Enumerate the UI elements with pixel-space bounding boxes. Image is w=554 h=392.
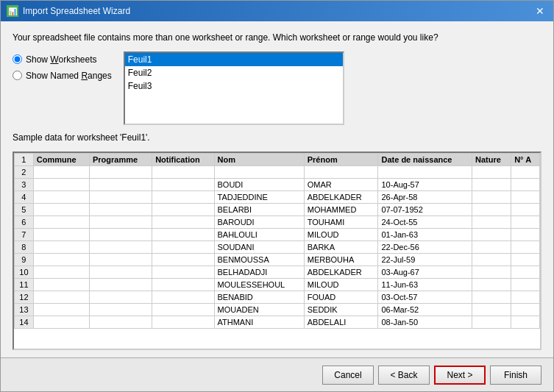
show-named-ranges-input[interactable] — [13, 71, 22, 80]
show-worksheets-input[interactable] — [13, 54, 22, 64]
row-number: 13 — [15, 303, 34, 316]
worksheet-section: Show Worksheets Show Named Ranges Feuil1… — [13, 51, 541, 125]
listbox-item-feuil1[interactable]: Feuil1 — [125, 53, 343, 66]
row-number: 2 — [15, 165, 34, 178]
table-cell — [33, 165, 89, 178]
table-cell — [472, 165, 511, 178]
table-cell — [511, 253, 540, 266]
row-number: 1 — [15, 153, 34, 165]
table-cell — [472, 178, 511, 190]
table-cell: BAROUDI — [214, 215, 304, 228]
table-cell: 06-Mar-52 — [378, 303, 472, 316]
table-cell — [472, 278, 511, 291]
table-cell — [33, 228, 89, 240]
table-cell — [90, 266, 152, 278]
worksheet-listbox[interactable]: Feuil1 Feuil2 Feuil3 — [124, 51, 344, 125]
row-number: 3 — [15, 178, 34, 190]
table-cell: MOHAMMED — [304, 203, 378, 215]
listbox-item-feuil3[interactable]: Feuil3 — [125, 79, 343, 93]
table-row: 14ATHMANIABDELALI08-Jan-50 — [15, 316, 540, 328]
table-cell: 11-Jun-63 — [378, 278, 472, 291]
table-cell — [90, 215, 152, 228]
back-button[interactable]: < Back — [378, 366, 430, 385]
table-row: 1CommuneProgrammeNotificationNomPrénomDa… — [15, 153, 540, 165]
table-cell: Notification — [152, 153, 214, 165]
table-cell — [152, 278, 214, 291]
table-cell — [511, 316, 540, 328]
show-named-ranges-label: Show Named Ranges — [26, 71, 112, 81]
table-cell — [472, 316, 511, 328]
row-number: 11 — [15, 278, 34, 291]
show-named-ranges-radio[interactable]: Show Named Ranges — [13, 71, 112, 81]
table-row: 2 — [15, 165, 540, 178]
table-cell — [511, 228, 540, 240]
table-cell — [152, 215, 214, 228]
close-button[interactable]: ✕ — [533, 5, 547, 17]
table-cell — [90, 190, 152, 203]
table-cell: MILOUD — [304, 228, 378, 240]
table-cell — [304, 165, 378, 178]
table-cell — [472, 303, 511, 316]
table-cell — [511, 203, 540, 215]
row-number: 8 — [15, 240, 34, 253]
show-worksheets-radio[interactable]: Show Worksheets — [13, 54, 112, 65]
show-worksheets-label: Show Worksheets — [26, 54, 97, 65]
table-cell: 01-Jan-63 — [378, 228, 472, 240]
table-cell — [152, 303, 214, 316]
sample-data-label: Sample data for worksheet 'Feuil1'. — [13, 132, 541, 143]
table-cell: 03-Aug-67 — [378, 266, 472, 278]
table-cell: 22-Dec-56 — [378, 240, 472, 253]
table-cell — [33, 190, 89, 203]
next-button[interactable]: Next > — [434, 366, 486, 385]
row-number: 6 — [15, 215, 34, 228]
table-cell — [33, 266, 89, 278]
sample-data-table: 1CommuneProgrammeNotificationNomPrénomDa… — [14, 153, 540, 329]
title-bar: 📊 Import Spreadsheet Wizard ✕ — [1, 1, 553, 21]
table-cell: 03-Oct-57 — [378, 291, 472, 303]
table-cell: SEDDIK — [304, 303, 378, 316]
table-cell — [90, 303, 152, 316]
table-cell — [472, 253, 511, 266]
table-row: 10BELHADADJIABDELKADER03-Aug-67 — [15, 266, 540, 278]
table-cell — [33, 253, 89, 266]
row-number: 12 — [15, 291, 34, 303]
table-cell: Commune — [33, 153, 89, 165]
row-number: 10 — [15, 266, 34, 278]
cancel-button[interactable]: Cancel — [322, 366, 374, 385]
title-bar-left: 📊 Import Spreadsheet Wizard — [7, 5, 130, 17]
sample-data-table-container[interactable]: 1CommuneProgrammeNotificationNomPrénomDa… — [13, 152, 541, 350]
table-cell: SOUDANI — [214, 240, 304, 253]
table-row: 11MOULESSEHOULMILOUD11-Jun-63 — [15, 278, 540, 291]
table-cell: MOUADEN — [214, 303, 304, 316]
table-cell — [90, 228, 152, 240]
wizard-content: Your spreadsheet file contains more than… — [1, 21, 553, 357]
table-cell — [33, 215, 89, 228]
table-cell — [90, 240, 152, 253]
radio-group: Show Worksheets Show Named Ranges — [13, 51, 112, 81]
table-cell: 26-Apr-58 — [378, 190, 472, 203]
table-cell — [152, 240, 214, 253]
table-cell: N° A — [511, 153, 540, 165]
table-cell — [152, 316, 214, 328]
table-cell — [511, 165, 540, 178]
table-cell — [90, 316, 152, 328]
table-cell: Prénom — [304, 153, 378, 165]
table-cell — [152, 291, 214, 303]
listbox-item-feuil2[interactable]: Feuil2 — [125, 66, 343, 79]
table-cell: 24-Oct-55 — [378, 215, 472, 228]
table-cell: 10-Aug-57 — [378, 178, 472, 190]
table-cell: MOULESSEHOUL — [214, 278, 304, 291]
finish-button[interactable]: Finish — [490, 366, 541, 385]
table-cell — [90, 165, 152, 178]
row-number: 7 — [15, 228, 34, 240]
table-cell: ABDELKADER — [304, 190, 378, 203]
table-cell: OMAR — [304, 178, 378, 190]
table-cell: ATHMANI — [214, 316, 304, 328]
table-cell — [511, 303, 540, 316]
description-text: Your spreadsheet file contains more than… — [13, 32, 541, 44]
table-cell — [33, 203, 89, 215]
table-cell — [472, 215, 511, 228]
table-row: 3BOUDIOMAR10-Aug-57 — [15, 178, 540, 190]
table-cell — [33, 303, 89, 316]
table-cell — [511, 278, 540, 291]
